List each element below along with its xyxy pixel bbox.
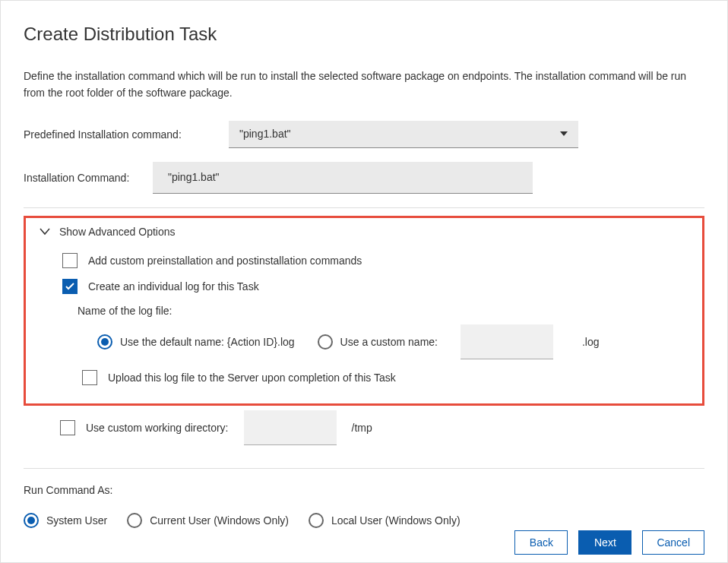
create-log-row: Create an individual log for this Task — [62, 279, 695, 294]
run-as-local-user-radio[interactable] — [309, 513, 324, 528]
chevron-down-icon — [40, 228, 50, 236]
upload-log-label: Upload this log file to the Server upon … — [108, 372, 396, 384]
page-description: Define the installation command which wi… — [24, 68, 704, 102]
advanced-options-toggle[interactable]: Show Advanced Options — [40, 226, 695, 238]
highlight-advanced-options: Show Advanced Options Add custom preinst… — [24, 216, 704, 406]
cancel-button[interactable]: Cancel — [642, 530, 704, 555]
custom-wd-suffix: /tmp — [352, 422, 372, 434]
divider — [24, 207, 704, 208]
run-as-current-user-label: Current User (Windows Only) — [150, 514, 289, 527]
add-prepost-checkbox[interactable] — [62, 253, 78, 268]
run-as-system-user-label: System User — [46, 514, 107, 527]
log-name-radio-row: Use the default name: {Action ID}.log Us… — [97, 324, 695, 359]
log-extension-label: .log — [582, 336, 600, 348]
run-as-system-user[interactable]: System User — [24, 513, 107, 528]
dialog-create-distribution-task: Create Distribution Task Define the inst… — [0, 0, 728, 563]
custom-wd-checkbox[interactable] — [60, 420, 75, 435]
log-custom-name-field[interactable] — [461, 324, 553, 359]
installation-command-row: Installation Command: "ping1.bat" — [24, 162, 704, 194]
add-prepost-row: Add custom preinstallation and postinsta… — [62, 253, 695, 268]
log-custom-radio-item[interactable]: Use a custom name: — [318, 334, 438, 350]
log-name-label: Name of the log file: — [78, 305, 695, 317]
predefined-command-dropdown[interactable]: "ping1.bat" — [229, 121, 578, 148]
run-as-row: System User Current User (Windows Only) … — [24, 513, 704, 528]
installation-command-field[interactable]: "ping1.bat" — [153, 162, 533, 194]
upload-log-row: Upload this log file to the Server upon … — [82, 370, 695, 385]
log-custom-radio[interactable] — [318, 334, 333, 350]
back-button[interactable]: Back — [514, 530, 568, 555]
add-prepost-label: Add custom preinstallation and postinsta… — [88, 255, 362, 267]
page-title: Create Distribution Task — [24, 24, 704, 45]
upload-log-checkbox[interactable] — [82, 370, 97, 385]
footer-buttons: Back Next Cancel — [514, 530, 704, 555]
log-custom-label: Use a custom name: — [340, 336, 438, 348]
predefined-command-row: Predefined Installation command: "ping1.… — [24, 121, 704, 148]
custom-wd-field[interactable] — [244, 410, 337, 445]
log-default-label: Use the default name: {Action ID}.log — [120, 336, 295, 348]
custom-wd-row: Use custom working directory: /tmp — [60, 410, 704, 445]
run-as-system-user-radio[interactable] — [24, 513, 39, 528]
next-button[interactable]: Next — [578, 530, 631, 555]
divider — [24, 468, 704, 469]
run-as-current-user-radio[interactable] — [127, 513, 142, 528]
predefined-command-value: "ping1.bat" — [239, 128, 291, 140]
advanced-options-label: Show Advanced Options — [59, 226, 176, 238]
run-as-local-user[interactable]: Local User (Windows Only) — [309, 513, 461, 528]
log-default-radio-item[interactable]: Use the default name: {Action ID}.log — [97, 334, 295, 350]
custom-wd-label: Use custom working directory: — [86, 422, 229, 434]
run-as-current-user[interactable]: Current User (Windows Only) — [127, 513, 289, 528]
chevron-down-icon — [560, 131, 568, 136]
predefined-command-label: Predefined Installation command: — [24, 128, 229, 141]
create-log-checkbox[interactable] — [62, 279, 78, 294]
create-log-label: Create an individual log for this Task — [88, 280, 259, 293]
log-default-radio[interactable] — [97, 334, 112, 350]
installation-command-label: Installation Command: — [24, 172, 153, 184]
run-as-label: Run Command As: — [24, 484, 704, 496]
installation-command-value: "ping1.bat" — [168, 171, 220, 183]
run-as-local-user-label: Local User (Windows Only) — [331, 514, 461, 527]
